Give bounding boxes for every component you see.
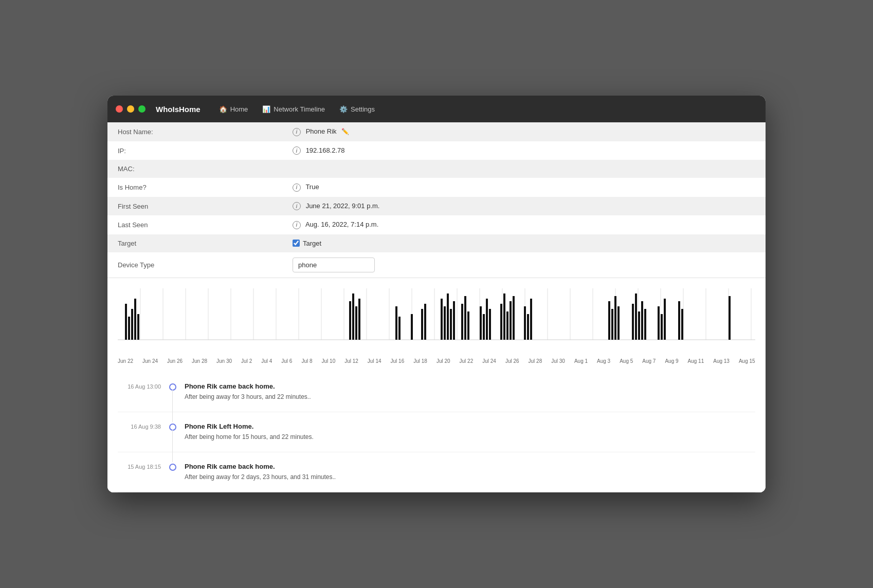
svg-rect-75 <box>678 301 680 340</box>
chart-label-8: Jul 8 <box>301 358 312 364</box>
info-icon-firstseen: i <box>293 202 301 210</box>
chart-container <box>118 288 755 355</box>
lastseen-label: Last Seen <box>107 215 282 234</box>
nav-network-timeline[interactable]: 📊 Network Timeline <box>256 102 331 116</box>
chart-label-20: Aug 1 <box>574 358 588 364</box>
device-type-input[interactable] <box>293 258 375 272</box>
svg-rect-72 <box>658 306 660 340</box>
chart-label-23: Aug 7 <box>642 358 656 364</box>
target-checkbox[interactable] <box>293 240 300 247</box>
chart-label-24: Aug 9 <box>665 358 678 364</box>
devicetype-label: Device Type <box>107 252 282 278</box>
svg-rect-71 <box>644 309 646 340</box>
firstseen-label: First Seen <box>107 197 282 216</box>
chart-label-2: Jun 26 <box>167 358 183 364</box>
close-button[interactable] <box>116 105 123 113</box>
timeline-title-2: Phone Rik came back home. <box>185 463 755 470</box>
info-icon-ishome: i <box>293 183 301 192</box>
lastseen-text: Aug. 16, 2022, 7:14 p.m. <box>305 220 378 228</box>
svg-rect-46 <box>450 309 452 340</box>
chart-label-5: Jul 2 <box>241 358 252 364</box>
svg-rect-69 <box>638 311 640 340</box>
nav-home-label: Home <box>230 105 248 113</box>
timeline-content-1: Phone Rik Left Home. After being home fo… <box>185 422 755 442</box>
edit-hostname-icon[interactable]: ✏️ <box>341 128 349 135</box>
activity-chart-svg <box>118 288 755 345</box>
svg-rect-59 <box>513 296 515 340</box>
svg-rect-60 <box>524 306 526 340</box>
svg-rect-44 <box>444 306 446 340</box>
chart-label-12: Jul 16 <box>391 358 405 364</box>
svg-rect-70 <box>641 301 643 340</box>
timeline-desc-2: After being away for 2 days, 23 hours, a… <box>185 472 755 482</box>
app-name: WhoIsHome <box>156 105 201 114</box>
main-content: Host Name: i Phone Rik ✏️ IP: i 192.168.… <box>107 122 766 492</box>
timeline-dot-1 <box>169 424 176 431</box>
svg-rect-61 <box>527 314 529 340</box>
svg-rect-34 <box>349 301 351 340</box>
timeline-section: 16 Aug 13:00 Phone Rik came back home. A… <box>107 372 766 492</box>
svg-rect-56 <box>503 293 505 340</box>
svg-rect-55 <box>500 304 502 340</box>
chart-label-9: Jul 10 <box>322 358 336 364</box>
svg-rect-41 <box>421 309 423 340</box>
chart-label-17: Jul 26 <box>505 358 519 364</box>
chart-label-18: Jul 28 <box>529 358 542 364</box>
svg-rect-37 <box>358 299 360 340</box>
ip-label: IP: <box>107 141 282 160</box>
svg-rect-39 <box>398 317 401 340</box>
timeline-dot-2 <box>169 464 176 471</box>
timeline-content-0: Phone Rik came back home. After being aw… <box>185 382 755 401</box>
target-checkbox-container: Target <box>293 240 755 247</box>
target-checkbox-label: Target <box>303 240 321 247</box>
svg-rect-58 <box>510 301 512 340</box>
chart-label-14: Jul 20 <box>436 358 450 364</box>
timeline-entry-1: 16 Aug 9:38 Phone Rik Left Home. After b… <box>118 412 755 452</box>
svg-rect-74 <box>664 299 666 340</box>
ip-text: 192.168.2.78 <box>306 146 345 154</box>
svg-rect-57 <box>506 311 508 340</box>
ip-row: IP: i 192.168.2.78 <box>107 141 766 160</box>
chart-label-4: Jun 30 <box>216 358 232 364</box>
nav-timeline-label: Network Timeline <box>274 105 325 113</box>
timeline-entry-2: 15 Aug 18:15 Phone Rik came back home. A… <box>118 452 755 492</box>
timeline-time-0: 16 Aug 13:00 <box>118 382 169 390</box>
nav-home[interactable]: 🏠 Home <box>213 102 254 116</box>
svg-rect-77 <box>729 296 731 340</box>
nav-settings[interactable]: ⚙️ Settings <box>333 102 381 116</box>
svg-rect-32 <box>134 299 136 340</box>
nav-settings-label: Settings <box>351 105 375 113</box>
minimize-button[interactable] <box>127 105 134 113</box>
svg-rect-31 <box>131 309 133 340</box>
info-icon-ip: i <box>293 146 301 155</box>
timeline-time-2: 15 Aug 18:15 <box>118 463 169 470</box>
ip-value: i 192.168.2.78 <box>282 141 766 160</box>
svg-rect-67 <box>632 304 634 340</box>
mac-row: MAC: <box>107 160 766 178</box>
settings-icon: ⚙️ <box>339 105 348 113</box>
timeline-title-1: Phone Rik Left Home. <box>185 422 755 430</box>
timeline-content-2: Phone Rik came back home. After being aw… <box>185 463 755 482</box>
svg-rect-63 <box>608 301 610 340</box>
svg-rect-50 <box>467 311 469 340</box>
svg-rect-36 <box>355 306 357 340</box>
svg-rect-76 <box>681 309 683 340</box>
info-icon-hostname: i <box>293 128 301 136</box>
home-icon: 🏠 <box>219 105 227 113</box>
svg-rect-30 <box>128 317 130 340</box>
firstseen-row: First Seen i June 21, 2022, 9:01 p.m. <box>107 197 766 216</box>
timeline-desc-1: After being home for 15 hours, and 22 mi… <box>185 432 755 442</box>
chart-label-27: Aug 15 <box>739 358 755 364</box>
maximize-button[interactable] <box>138 105 146 113</box>
timeline-desc-0: After being away for 3 hours, and 22 min… <box>185 392 755 401</box>
svg-rect-68 <box>635 293 637 340</box>
svg-rect-51 <box>480 306 482 340</box>
svg-rect-47 <box>453 301 455 340</box>
chart-labels: Jun 22 Jun 24 Jun 26 Jun 28 Jun 30 Jul 2… <box>118 355 755 372</box>
timeline-dot-0 <box>169 383 176 391</box>
chart-label-19: Jul 30 <box>551 358 565 364</box>
timeline-title-0: Phone Rik came back home. <box>185 382 755 390</box>
svg-rect-38 <box>395 306 397 340</box>
svg-rect-65 <box>614 296 616 340</box>
svg-rect-45 <box>447 293 449 340</box>
